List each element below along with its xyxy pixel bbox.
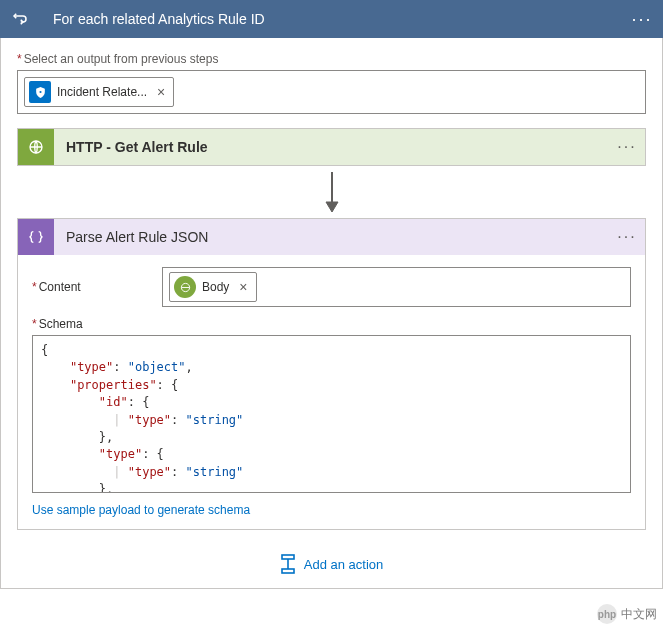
http-menu-icon[interactable]: ··· (609, 138, 645, 156)
parse-menu-icon[interactable]: ··· (609, 228, 645, 246)
add-action-icon (280, 554, 296, 574)
parse-action-header[interactable]: Parse Alert Rule JSON ··· (18, 219, 645, 255)
parse-action-title: Parse Alert Rule JSON (54, 229, 609, 245)
output-from-previous-input[interactable]: Incident Relate... × (17, 70, 646, 114)
parse-alert-rule-json-card: Parse Alert Rule JSON ··· *Content Body (17, 218, 646, 530)
foreach-body: *Select an output from previous steps In… (0, 38, 663, 589)
svg-rect-4 (282, 555, 294, 559)
foreach-menu-icon[interactable]: ··· (622, 9, 662, 30)
globe-icon (18, 129, 54, 165)
watermark-text: 中文网 (621, 606, 657, 623)
braces-icon (18, 219, 54, 255)
foreach-title: For each related Analytics Rule ID (39, 11, 622, 27)
svg-point-0 (39, 90, 41, 92)
shield-icon (29, 81, 51, 103)
parse-action-body: *Content Body × *Schema (18, 255, 645, 529)
watermark-logo: php (597, 604, 617, 624)
svg-rect-6 (282, 569, 294, 573)
token-remove-icon[interactable]: × (239, 279, 247, 295)
http-action-title: HTTP - Get Alert Rule (54, 139, 609, 155)
foreach-loop-header[interactable]: For each related Analytics Rule ID ··· (0, 0, 663, 38)
globe-icon (174, 276, 196, 298)
schema-label: *Schema (32, 317, 631, 331)
http-get-alert-rule-card: HTTP - Get Alert Rule ··· (17, 128, 646, 166)
connector-arrow (17, 166, 646, 218)
watermark: php 中文网 (597, 604, 657, 624)
loop-icon (1, 0, 39, 38)
token-label: Body (202, 280, 229, 294)
token-body[interactable]: Body × (169, 272, 257, 302)
content-input[interactable]: Body × (162, 267, 631, 307)
http-action-header[interactable]: HTTP - Get Alert Rule ··· (18, 129, 645, 165)
token-remove-icon[interactable]: × (157, 84, 165, 100)
token-label: Incident Relate... (57, 85, 147, 99)
token-incident-related[interactable]: Incident Relate... × (24, 77, 174, 107)
add-an-action-button[interactable]: Add an action (17, 530, 646, 574)
content-label: *Content (32, 280, 152, 294)
schema-editor[interactable]: { "type": "object", "properties": { "id"… (32, 335, 631, 493)
use-sample-payload-link[interactable]: Use sample payload to generate schema (32, 503, 250, 517)
add-action-label: Add an action (304, 557, 384, 572)
output-label: *Select an output from previous steps (17, 52, 646, 66)
